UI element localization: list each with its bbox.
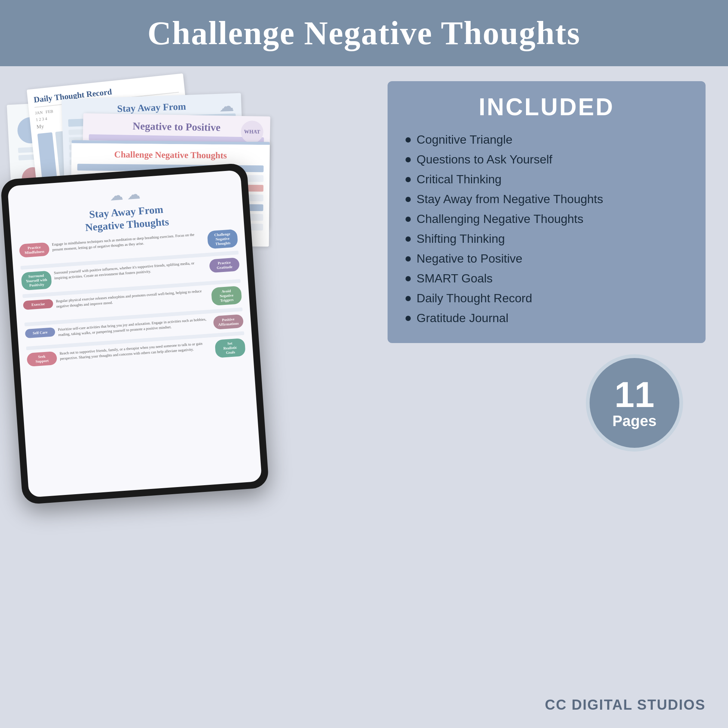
tablet-screen: ☁ ☁ Stay Away FromNegative Thoughts Prac… <box>8 170 262 497</box>
tablet-item-2: SurroundYourself withPositivity Surround… <box>21 257 240 291</box>
badge-realistic-goals: SetRealisticGoals <box>215 338 246 358</box>
list-item: Questions to Ask Yourself <box>405 150 688 170</box>
bullet-icon <box>405 256 411 262</box>
bullet-icon <box>405 137 411 142</box>
bullet-icon <box>405 316 411 321</box>
bullet-icon <box>405 217 411 222</box>
list-item: Daily Thought Record <box>405 288 688 308</box>
included-title: INCLUDED <box>405 93 688 121</box>
left-panel: Thought Daily Thought Record JAN FEB 1 2… <box>23 81 373 710</box>
cloud-icon-1: ☁ <box>109 187 124 203</box>
badge-surround: SurroundYourself withPositivity <box>21 271 52 290</box>
bullet-icon <box>405 157 411 162</box>
pages-count: 11 <box>615 377 655 413</box>
list-item: Negative to Positive <box>405 249 688 269</box>
page-title: Challenge Negative Thoughts <box>23 14 705 52</box>
tablet: ☁ ☁ Stay Away FromNegative Thoughts Prac… <box>11 171 258 496</box>
cloud-icon-2: ☁ <box>127 186 141 202</box>
badge-self-care: Self Care <box>25 327 55 338</box>
bullet-icon <box>405 276 411 281</box>
badge-gratitude: PracticeGratitude <box>209 257 240 273</box>
pages-circle-container: 11 Pages <box>388 354 705 451</box>
bullet-icon <box>405 197 411 202</box>
pages-label: Pages <box>612 413 656 430</box>
list-item: Stay Away from Negative Thoughts <box>405 189 688 209</box>
pages-circle: 11 Pages <box>586 354 683 451</box>
main-content: Thought Daily Thought Record JAN FEB 1 2… <box>0 66 728 725</box>
list-item: SMART Goals <box>405 269 688 288</box>
badge-seek-support: SeekSupport <box>26 351 57 367</box>
tablet-outer: ☁ ☁ Stay Away FromNegative Thoughts Prac… <box>0 163 269 505</box>
list-item: Challenging Negative Thoughts <box>405 209 688 229</box>
right-panel: INCLUDED Cognitive Triangle Questions to… <box>388 81 705 710</box>
bullet-icon <box>405 296 411 301</box>
list-item: Shifting Thinking <box>405 229 688 249</box>
header: Challenge Negative Thoughts <box>0 0 728 66</box>
badge-mindfulness: PracticeMindfulness <box>19 242 50 258</box>
cloud-icon: ☁ <box>219 97 234 115</box>
doc-challenge-title: Challenge Negative Thoughts <box>78 149 264 161</box>
bullet-icon <box>405 177 411 182</box>
badge-affirmations: PositiveAffirmations <box>213 314 243 330</box>
list-item: Cognitive Triangle <box>405 130 688 150</box>
list-item: Gratitude Journal <box>405 308 688 328</box>
included-list: Cognitive Triangle Questions to Ask Your… <box>405 130 688 328</box>
bullet-icon <box>405 236 411 242</box>
badge-avoid-triggers: AvoidNegativeTriggers <box>211 286 242 306</box>
brand-footer: CC DIGITAL STUDIOS <box>545 697 705 713</box>
included-box: INCLUDED Cognitive Triangle Questions to… <box>388 81 705 343</box>
tablet-item-3: Exercise Regular physical exercise relea… <box>23 286 242 319</box>
list-item: Critical Thinking <box>405 170 688 189</box>
tablet-item-5: SeekSupport Reach out to supportive frie… <box>26 338 246 372</box>
badge-challenge: ChallengeNegativeThoughts <box>207 229 238 249</box>
badge-exercise: Exercise <box>23 299 53 310</box>
doc-neg-pos-title: Negative to Positive <box>89 119 264 134</box>
tablet-text-1: Engage in mindfulness techniques such as… <box>52 232 205 252</box>
